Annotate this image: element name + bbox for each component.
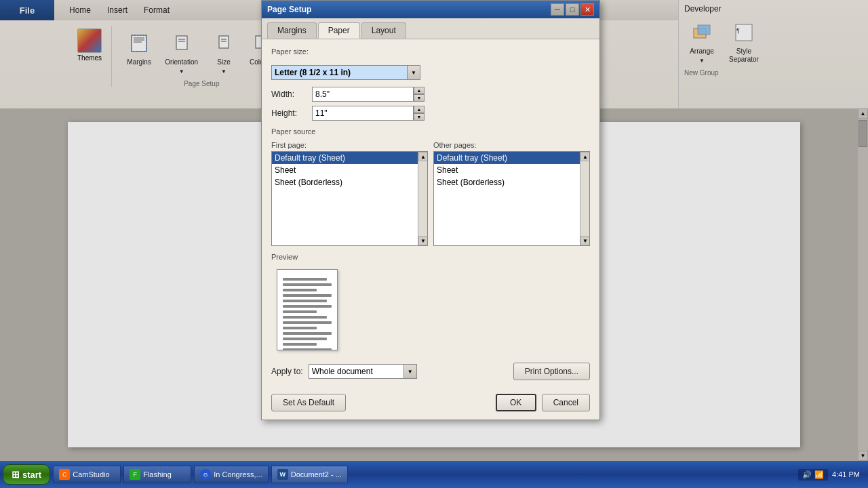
other-pages-scroll-down[interactable]: ▼ <box>580 236 590 245</box>
tab-paper[interactable]: Paper <box>318 22 360 39</box>
paper-source-label: Paper source <box>271 127 590 136</box>
preview-label: Preview <box>271 253 590 261</box>
system-tray: 🔊 📶 <box>798 469 828 481</box>
first-page-item-2[interactable]: Sheet (Borderless) <box>272 176 418 188</box>
camstudio-icon: C <box>59 469 70 480</box>
height-spin-up[interactable]: ▲ <box>414 106 425 113</box>
width-row: Width: ▲ ▼ <box>271 87 590 102</box>
other-pages-list: Default tray (Sheet) Sheet Sheet (Border… <box>434 152 580 188</box>
first-page-scroll-track[interactable] <box>418 161 427 236</box>
word-icon: W <box>277 469 288 480</box>
height-row: Height: ▲ ▼ <box>271 106 590 121</box>
width-spinner: ▲ ▼ <box>414 87 425 102</box>
other-pages-scroll-up[interactable]: ▲ <box>580 152 590 161</box>
modal-tab-strip: Margins Paper Layout <box>262 18 599 39</box>
preview-line <box>283 321 332 324</box>
taskbar-right: 🔊 📶 4:41 PM <box>798 469 865 481</box>
height-spin-down[interactable]: ▼ <box>414 113 425 121</box>
tab-layout[interactable]: Layout <box>361 22 406 39</box>
page-setup-dialog: Page Setup ─ □ ✕ Margins Paper Layout Pa… <box>261 0 600 420</box>
camstudio-label: CamStudio <box>73 470 109 479</box>
browser-icon: G <box>200 469 211 480</box>
document-label: Document2 - ... <box>291 470 342 479</box>
first-page-item-1[interactable]: Sheet <box>272 164 418 176</box>
preview-line <box>283 343 317 346</box>
first-page-scroll-down[interactable]: ▼ <box>418 236 428 245</box>
width-label: Width: <box>271 89 312 99</box>
preview-line <box>283 338 327 340</box>
modal-overlay: Page Setup ─ □ ✕ Margins Paper Layout Pa… <box>0 0 868 488</box>
other-pages-item-0[interactable]: Default tray (Sheet) <box>434 152 580 164</box>
modal-close-btn[interactable]: ✕ <box>580 3 594 16</box>
paper-source-section: First page: Default tray (Sheet) Sheet S… <box>271 141 590 246</box>
paper-size-label: Paper size: <box>271 47 309 56</box>
preview-box <box>271 264 590 356</box>
first-page-list: Default tray (Sheet) Sheet Sheet (Border… <box>272 152 418 188</box>
modal-maximize-btn[interactable]: □ <box>566 3 579 16</box>
height-label: Height: <box>271 108 312 118</box>
preview-line <box>283 289 317 291</box>
modal-title: Page Setup <box>267 5 311 14</box>
start-label: start <box>22 470 41 480</box>
taskbar-item-document[interactable]: W Document2 - ... <box>271 466 348 483</box>
preview-line <box>283 310 317 313</box>
paper-size-select[interactable]: Letter (8 1/2 x 11 in) <box>271 65 420 80</box>
flashing-icon: F <box>130 469 140 480</box>
first-page-list-wrapper: Default tray (Sheet) Sheet Sheet (Border… <box>271 151 428 246</box>
taskbar-item-camstudio[interactable]: C CamStudio <box>53 466 121 483</box>
modal-titlebar: Page Setup ─ □ ✕ <box>262 1 599 18</box>
height-input[interactable] <box>312 106 414 121</box>
apply-to-select[interactable]: Whole document This section This point f… <box>309 364 417 379</box>
paper-size-select-wrapper: Letter (8 1/2 x 11 in) ▼ <box>271 65 420 80</box>
first-page-col: First page: Default tray (Sheet) Sheet S… <box>271 141 428 246</box>
print-options-btn[interactable]: Print Options... <box>513 363 590 380</box>
start-button[interactable]: ⊞ start <box>3 464 50 485</box>
preview-line <box>283 327 317 329</box>
first-page-label: First page: <box>271 141 428 149</box>
height-input-wrapper: ▲ ▼ <box>312 106 425 121</box>
start-icon: ⊞ <box>12 469 20 480</box>
width-input[interactable] <box>312 87 414 102</box>
clock: 4:41 PM <box>832 470 860 479</box>
preview-section: Preview <box>271 253 590 356</box>
network-icon: 🔊 <box>802 470 812 479</box>
other-pages-label: Other pages: <box>433 141 590 149</box>
footer-left: Set As Default <box>271 394 346 411</box>
taskbar-item-congress[interactable]: G In Congress,... <box>194 466 269 483</box>
preview-line <box>283 283 332 286</box>
modal-minimize-btn[interactable]: ─ <box>551 3 564 16</box>
width-input-wrapper: ▲ ▼ <box>312 87 425 102</box>
ok-btn[interactable]: OK <box>496 394 536 411</box>
apply-to-label: Apply to: <box>271 367 303 376</box>
first-page-item-0[interactable]: Default tray (Sheet) <box>272 152 418 164</box>
flashing-label: Flashing <box>143 470 172 479</box>
preview-line <box>283 294 332 297</box>
modal-body: Paper size: Letter (8 1/2 x 11 in) ▼ Wid… <box>262 39 599 420</box>
other-pages-item-2[interactable]: Sheet (Borderless) <box>434 176 580 188</box>
first-page-scroll-up[interactable]: ▲ <box>418 152 428 161</box>
apply-to-row: Apply to: Whole document This section Th… <box>271 363 590 380</box>
width-spin-up[interactable]: ▲ <box>414 87 425 94</box>
preview-line <box>283 305 332 308</box>
preview-line <box>283 348 332 350</box>
other-pages-item-1[interactable]: Sheet <box>434 164 580 176</box>
paper-size-row: Paper size: <box>271 47 590 61</box>
other-pages-scroll-track[interactable] <box>580 161 589 236</box>
footer-right: OK Cancel <box>496 394 590 411</box>
congress-label: In Congress,... <box>214 470 262 479</box>
preview-line <box>283 278 327 281</box>
first-page-scrollbar: ▲ ▼ <box>418 152 427 245</box>
preview-lines <box>283 278 332 350</box>
modal-controls: ─ □ ✕ <box>551 3 594 16</box>
preview-line <box>283 300 327 302</box>
volume-icon: 📶 <box>814 470 824 479</box>
taskbar-item-flashing[interactable]: F Flashing <box>123 466 191 483</box>
width-spin-down[interactable]: ▼ <box>414 94 425 102</box>
height-spinner: ▲ ▼ <box>414 106 425 121</box>
cancel-btn[interactable]: Cancel <box>542 394 590 411</box>
preview-page <box>277 269 338 350</box>
set-default-btn[interactable]: Set As Default <box>271 394 346 411</box>
tab-margins[interactable]: Margins <box>267 22 317 39</box>
modal-footer: Set As Default OK Cancel <box>271 388 590 411</box>
other-pages-col: Other pages: Default tray (Sheet) Sheet … <box>433 141 590 246</box>
